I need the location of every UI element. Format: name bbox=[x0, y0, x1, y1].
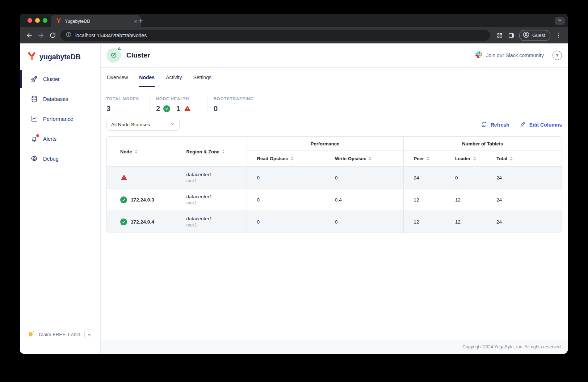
sidebar-item-alerts[interactable]: Alerts bbox=[20, 129, 100, 149]
node-cell: 172.24.0.4 bbox=[107, 211, 176, 233]
sidebar-item-cluster[interactable]: Cluster bbox=[20, 69, 100, 89]
edit-columns-button[interactable]: Edit Columns bbox=[520, 121, 562, 129]
stat-label: BOOTSTRAPPING bbox=[214, 97, 254, 101]
peer-cell: 24 bbox=[403, 167, 445, 189]
read-ops-cell: 0 bbox=[247, 189, 325, 211]
sidebar-item-performance[interactable]: Performance bbox=[20, 109, 100, 129]
table-row[interactable]: 172.24.0.4 datacenter1 rack1 0 0 12 12 bbox=[107, 211, 562, 233]
chart-line-icon bbox=[30, 115, 38, 123]
browser-tab[interactable]: YugabyteDB × bbox=[51, 15, 141, 27]
sidebar-item-debug[interactable]: Debug bbox=[20, 149, 100, 169]
table-controls: All Node Statuses Refresh bbox=[101, 119, 568, 131]
help-button[interactable]: ? bbox=[553, 51, 562, 60]
refresh-label: Refresh bbox=[491, 122, 509, 128]
reload-button[interactable] bbox=[47, 30, 58, 41]
guest-label: Guest bbox=[532, 33, 545, 38]
browser-window: YugabyteDB × + localhost:15434/?tab=tabN… bbox=[20, 14, 568, 354]
site-info-icon[interactable] bbox=[66, 31, 72, 39]
total-cell: 24 bbox=[486, 167, 562, 189]
logo-text: yugabyteDB bbox=[39, 53, 81, 61]
main-panel: Cluster Join our Slack community ? Overv… bbox=[101, 43, 568, 354]
zone-name: rack1 bbox=[186, 222, 246, 228]
tab-settings[interactable]: Settings bbox=[193, 68, 212, 87]
peer-cell: 12 bbox=[403, 211, 445, 233]
address-bar[interactable]: localhost:15434/?tab=tabNodes bbox=[60, 30, 490, 41]
sort-icon[interactable] bbox=[473, 157, 476, 161]
sort-icon[interactable] bbox=[135, 150, 138, 154]
zoom-window-button[interactable] bbox=[43, 18, 47, 23]
table-row[interactable]: datacenter1 rack1 0 0 24 0 24 bbox=[107, 167, 562, 189]
warning-triangle-icon bbox=[184, 105, 191, 113]
bell-icon bbox=[30, 135, 38, 143]
stat-label: NODE HEALTH bbox=[156, 97, 201, 101]
column-header-write-ops: Write Ops/sec bbox=[325, 151, 403, 167]
pencil-icon bbox=[520, 121, 526, 129]
tab-overview[interactable]: Overview bbox=[106, 68, 128, 87]
region-name: datacenter1 bbox=[186, 172, 246, 177]
stat-label: TOTAL NODES bbox=[106, 97, 143, 101]
stat-bootstrapping: BOOTSTRAPPING 0 bbox=[207, 97, 260, 113]
sort-icon[interactable] bbox=[427, 157, 429, 161]
stat-total-nodes: TOTAL NODES 3 bbox=[106, 97, 150, 113]
sidebar-item-databases[interactable]: Databases bbox=[20, 89, 100, 109]
sort-icon[interactable] bbox=[510, 157, 513, 161]
region-cell: datacenter1 rack1 bbox=[176, 189, 247, 211]
new-tab-button[interactable]: + bbox=[136, 16, 146, 26]
sort-icon[interactable] bbox=[222, 150, 225, 154]
tab-activity[interactable]: Activity bbox=[165, 68, 182, 87]
stat-node-health: NODE HEALTH 2 1 bbox=[150, 97, 207, 113]
peer-cell: 12 bbox=[403, 189, 445, 211]
table-row[interactable]: 172.24.0.3 datacenter1 rack1 0 0.4 12 12 bbox=[107, 189, 562, 211]
sidebar-item-label: Performance bbox=[43, 116, 73, 122]
total-nodes-value: 3 bbox=[106, 105, 110, 113]
tab-nodes[interactable]: Nodes bbox=[139, 68, 155, 87]
url-text: localhost:15434/?tab=tabNodes bbox=[75, 33, 147, 38]
close-window-button[interactable] bbox=[28, 18, 32, 23]
sort-icon[interactable] bbox=[291, 157, 294, 161]
sidebar-item-label: Cluster bbox=[43, 76, 60, 82]
side-panel-icon[interactable] bbox=[505, 30, 517, 41]
forward-button[interactable] bbox=[35, 30, 47, 41]
yugabytedb-logo: yugabyteDB bbox=[20, 43, 100, 63]
database-icon bbox=[30, 95, 38, 103]
zone-name: rack1 bbox=[186, 200, 246, 205]
yugabytedb-favicon-icon bbox=[56, 18, 62, 25]
minimize-window-button[interactable] bbox=[35, 18, 40, 23]
node-address: 172.24.0.4 bbox=[131, 219, 154, 225]
waving-hand-icon bbox=[26, 330, 34, 339]
check-circle-icon bbox=[120, 196, 127, 203]
column-header-node: Node bbox=[107, 137, 176, 167]
tab-search-button[interactable] bbox=[555, 17, 565, 25]
claim-tshirt-link[interactable]: Claim FREE T-shirt « bbox=[20, 330, 100, 339]
refresh-button[interactable]: Refresh bbox=[481, 121, 509, 129]
write-ops-cell: 0 bbox=[325, 167, 403, 189]
region-cell: datacenter1 rack1 bbox=[176, 167, 247, 189]
region-name: datacenter1 bbox=[186, 216, 246, 221]
node-status-filter-select[interactable]: All Node Statuses bbox=[106, 119, 180, 131]
slack-community-link[interactable]: Join our Slack community bbox=[475, 51, 544, 60]
slack-icon bbox=[475, 51, 482, 60]
column-header-region-zone: Region & Zone bbox=[176, 137, 247, 167]
node-address: 172.24.0.3 bbox=[131, 197, 154, 203]
column-header-peer: Peer bbox=[403, 151, 445, 167]
total-cell: 24 bbox=[486, 189, 562, 211]
guest-profile-button[interactable]: Guest bbox=[519, 30, 550, 41]
qr-code-icon[interactable] bbox=[494, 30, 505, 41]
browser-toolbar: localhost:15434/?tab=tabNodes Guest bbox=[20, 27, 568, 43]
sidebar: yugabyteDB Cluster Databases bbox=[20, 43, 101, 354]
collapse-sidebar-button[interactable]: « bbox=[84, 330, 94, 339]
sort-icon[interactable] bbox=[369, 157, 371, 161]
bootstrapping-value: 0 bbox=[214, 105, 218, 113]
back-button[interactable] bbox=[24, 30, 35, 41]
node-stats: TOTAL NODES 3 NODE HEALTH 2 1 bbox=[101, 87, 568, 113]
write-ops-cell: 0 bbox=[325, 211, 403, 233]
region-cell: datacenter1 rack1 bbox=[176, 211, 247, 233]
column-header-read-ops: Read Ops/sec bbox=[247, 151, 325, 167]
write-ops-cell: 0.4 bbox=[325, 189, 403, 211]
avatar-icon bbox=[522, 31, 530, 39]
browser-menu-icon[interactable] bbox=[553, 30, 564, 41]
warning-badge-icon bbox=[116, 46, 122, 54]
leader-cell: 12 bbox=[445, 211, 486, 233]
warning-triangle-icon bbox=[120, 174, 128, 182]
node-cell bbox=[107, 167, 176, 189]
